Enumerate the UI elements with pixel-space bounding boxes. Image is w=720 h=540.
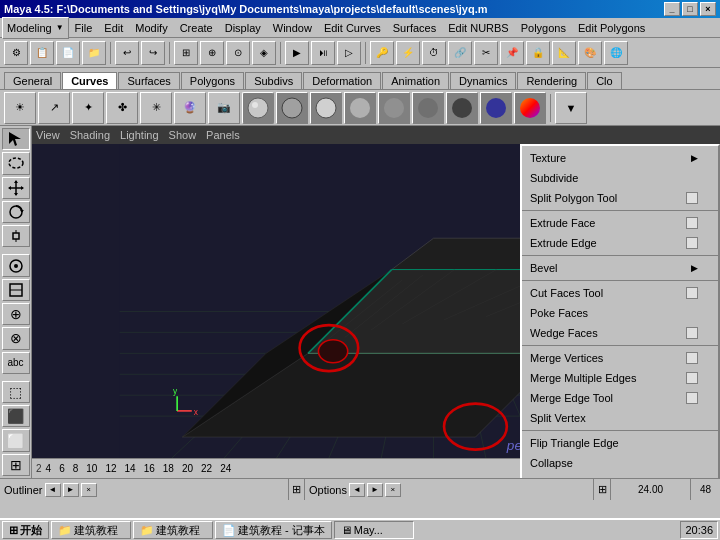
menu-poke-faces[interactable]: Poke Faces (522, 303, 718, 323)
toolbar-btn-anim6[interactable]: 📌 (500, 41, 524, 65)
tab-rendering[interactable]: Rendering (517, 72, 586, 89)
shelf-sphere-6[interactable] (412, 92, 444, 124)
toolbar-btn-redo[interactable]: ↪ (141, 41, 165, 65)
outliner-panel[interactable]: Outliner ◄ ► × (0, 479, 289, 500)
panel-resize-handle[interactable]: ⊞ (289, 479, 305, 500)
taskbar-item-maya[interactable]: 🖥 May... (334, 521, 414, 539)
menu-edit-polygons[interactable]: Edit Polygons (572, 20, 651, 36)
toolbar-btn-snap4[interactable]: ◈ (252, 41, 276, 65)
close-button[interactable]: × (700, 2, 716, 16)
menu-display[interactable]: Display (219, 20, 267, 36)
viewport-menu-lighting[interactable]: Lighting (120, 129, 159, 141)
tool-paint[interactable] (2, 254, 30, 276)
toolbar-btn-anim5[interactable]: ✂ (474, 41, 498, 65)
menu-extrude-face[interactable]: Extrude Face (522, 213, 718, 233)
viewport-menu-panels[interactable]: Panels (206, 129, 240, 141)
menu-merge-edge-tool[interactable]: Merge Edge Tool (522, 388, 718, 408)
menu-merge-vertices[interactable]: Merge Vertices (522, 348, 718, 368)
options-close-button[interactable]: × (385, 483, 401, 497)
tab-dynamics[interactable]: Dynamics (450, 72, 516, 89)
menu-extrude-edge[interactable]: Extrude Edge (522, 233, 718, 253)
menu-create[interactable]: Create (174, 20, 219, 36)
toolbar-btn-anim2[interactable]: ⚡ (396, 41, 420, 65)
menu-flip-triangle-edge[interactable]: Flip Triangle Edge (522, 433, 718, 453)
tab-subdivs[interactable]: Subdivs (245, 72, 302, 89)
shelf-sphere-7[interactable] (446, 92, 478, 124)
menu-collapse[interactable]: Collapse (522, 453, 718, 473)
options-panel[interactable]: Options ◄ ► × (305, 479, 594, 500)
toolbar-btn-anim1[interactable]: 🔑 (370, 41, 394, 65)
minimize-button[interactable]: _ (664, 2, 680, 16)
viewport-menu-view[interactable]: View (36, 129, 60, 141)
tool-5[interactable]: ⊗ (2, 327, 30, 349)
start-button[interactable]: ⊞ 开始 (2, 521, 49, 539)
toolbar-btn-render3[interactable]: ▷ (337, 41, 361, 65)
toolbar-btn-1[interactable]: ⚙ (4, 41, 28, 65)
tool-9[interactable]: ⬜ (2, 429, 30, 451)
tab-polygons[interactable]: Polygons (181, 72, 244, 89)
menu-modify[interactable]: Modify (129, 20, 173, 36)
tool-lasso[interactable] (2, 152, 30, 174)
menu-bevel[interactable]: Bevel ▶ (522, 258, 718, 278)
menu-edit-nurbs[interactable]: Edit NURBS (442, 20, 515, 36)
tool-3[interactable] (2, 279, 30, 301)
menu-texture[interactable]: Texture ▶ (522, 148, 718, 168)
menu-wedge-faces[interactable]: Wedge Faces (522, 323, 718, 343)
outliner-prev-button[interactable]: ◄ (45, 483, 61, 497)
menu-file[interactable]: File (69, 20, 99, 36)
shelf-sphere-3[interactable] (310, 92, 342, 124)
menu-edit[interactable]: Edit (98, 20, 129, 36)
tab-cloth[interactable]: Clo (587, 72, 622, 89)
menu-merge-multiple-edges[interactable]: Merge Multiple Edges (522, 368, 718, 388)
menu-split-polygon-tool[interactable]: Split Polygon Tool (522, 188, 718, 208)
toolbar-btn-new[interactable]: 📄 (56, 41, 80, 65)
tab-curves[interactable]: Curves (62, 72, 117, 89)
shelf-sphere-5[interactable] (378, 92, 410, 124)
shelf-icon-arrow[interactable]: ☀ (4, 92, 36, 124)
toolbar-btn-anim3[interactable]: ⏱ (422, 41, 446, 65)
options-next-button[interactable]: ► (367, 483, 383, 497)
menu-subdivide[interactable]: Subdivide (522, 168, 718, 188)
toolbar-btn-anim9[interactable]: 🎨 (578, 41, 602, 65)
shelf-sphere-8[interactable] (480, 92, 512, 124)
toolbar-btn-anim10[interactable]: 🌐 (604, 41, 628, 65)
menu-edit-curves[interactable]: Edit Curves (318, 20, 387, 36)
shelf-sphere-2[interactable] (276, 92, 308, 124)
shelf-sphere-1[interactable] (242, 92, 274, 124)
toolbar-btn-anim8[interactable]: 📐 (552, 41, 576, 65)
tool-6[interactable]: abc (2, 352, 30, 374)
toolbar-btn-render2[interactable]: ⏯ (311, 41, 335, 65)
shelf-sphere-color[interactable] (514, 92, 546, 124)
toolbar-btn-open[interactable]: 📁 (82, 41, 106, 65)
taskbar-item-3[interactable]: 📄 建筑教程 - 记事本 (215, 521, 332, 539)
shelf-sphere-4[interactable] (344, 92, 376, 124)
tool-scale[interactable] (2, 225, 30, 247)
toolbar-btn-anim7[interactable]: 🔒 (526, 41, 550, 65)
tool-move[interactable] (2, 177, 30, 199)
shelf-icon-6[interactable]: 🔮 (174, 92, 206, 124)
shelf-icon-down[interactable]: ▼ (555, 92, 587, 124)
options-prev-button[interactable]: ◄ (349, 483, 365, 497)
shelf-icon-4[interactable]: ✤ (106, 92, 138, 124)
toolbar-btn-render1[interactable]: ▶ (285, 41, 309, 65)
tool-4[interactable]: ⊕ (2, 303, 30, 325)
shelf-icon-7[interactable]: 📷 (208, 92, 240, 124)
menu-split-vertex[interactable]: Split Vertex (522, 408, 718, 428)
menu-window[interactable]: Window (267, 20, 318, 36)
tool-10[interactable]: ⊞ (2, 454, 30, 476)
menu-surfaces[interactable]: Surfaces (387, 20, 442, 36)
shelf-icon-3[interactable]: ✦ (72, 92, 104, 124)
maximize-button[interactable]: □ (682, 2, 698, 16)
toolbar-btn-snap1[interactable]: ⊞ (174, 41, 198, 65)
taskbar-item-2[interactable]: 📁 建筑教程 (133, 521, 213, 539)
tab-surfaces[interactable]: Surfaces (118, 72, 179, 89)
tool-select[interactable] (2, 128, 30, 150)
tool-rotate[interactable] (2, 201, 30, 223)
shelf-icon-2[interactable]: ↗ (38, 92, 70, 124)
outliner-close-button[interactable]: × (81, 483, 97, 497)
panel2-resize-handle[interactable]: ⊞ (594, 479, 610, 500)
tab-general[interactable]: General (4, 72, 61, 89)
toolbar-btn-sel[interactable]: ↩ (115, 41, 139, 65)
menu-delete-vertex[interactable]: Delete Vertex (522, 473, 718, 478)
toolbar-btn-snap3[interactable]: ⊙ (226, 41, 250, 65)
